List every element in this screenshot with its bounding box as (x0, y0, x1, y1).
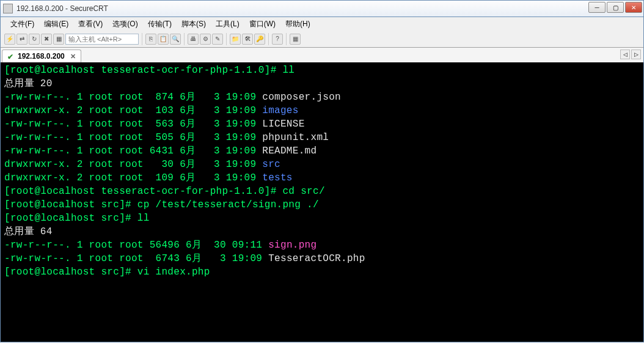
terminal-text: composer.json (262, 92, 341, 103)
tab-label: 192.168.0.200 (18, 52, 65, 61)
terminal-text: drwxrwxr-x. 2 root root 109 6月 3 19:09 (4, 172, 262, 183)
disconnect-icon[interactable]: ✖ (41, 34, 52, 45)
terminal-line: -rw-rw-r--. 1 root root 874 6月 3 19:09 c… (4, 90, 640, 104)
reconnect-icon[interactable]: ↻ (29, 34, 40, 45)
menu-file[interactable]: 文件(F) (5, 18, 39, 31)
terminal-text: [root@localhost src]# cp /test/tesseract… (4, 199, 319, 210)
port-icon[interactable]: ✎ (212, 34, 223, 45)
toolbar-separator (286, 33, 287, 45)
menu-script[interactable]: 脚本(S) (177, 18, 211, 31)
terminal-text: 总用量 64 (4, 226, 53, 237)
paste-icon[interactable]: 📋 (158, 34, 169, 45)
host-input[interactable] (65, 34, 139, 45)
menu-window[interactable]: 窗口(W) (244, 18, 280, 31)
terminal-line: -rw-r--r--. 1 root root 56496 6月 30 09:1… (4, 238, 640, 252)
terminal-text: -rw-rw-r--. 1 root root 874 6月 3 19:09 (4, 92, 262, 103)
toolbar-separator (184, 33, 185, 45)
terminal-text: TesseractOCR.php (268, 253, 365, 264)
session-tab[interactable]: ✔ 192.168.0.200 ✕ (2, 50, 81, 62)
terminal-text: images (262, 105, 298, 116)
terminal-line: drwxrwxr-x. 2 root root 30 6月 3 19:09 sr… (4, 158, 640, 171)
menu-help[interactable]: 帮助(H) (280, 18, 315, 31)
terminal-text: sign.png (268, 240, 317, 251)
terminal-text: -rw-rw-r--. 1 root root 563 6月 3 19:09 (4, 119, 262, 130)
tab-nav: ◁ ▷ (620, 50, 641, 59)
terminal-text: [root@localhost src]# vi index.php (4, 267, 210, 278)
tab-next-icon[interactable]: ▷ (631, 50, 641, 59)
tab-close-icon[interactable]: ✕ (70, 53, 76, 61)
menubar: 文件(F) 编辑(E) 查看(V) 选项(O) 传输(T) 脚本(S) 工具(L… (0, 17, 644, 31)
help-icon[interactable]: ? (272, 34, 283, 45)
terminal-text: phpunit.xml (262, 132, 329, 143)
terminal[interactable]: [root@localhost tesseract-ocr-for-php-1.… (0, 62, 644, 342)
terminal-line: [root@localhost src]# cp /test/tesseract… (4, 198, 640, 212)
terminal-line: [root@localhost tesseract-ocr-for-php-1.… (4, 64, 640, 77)
folder-icon[interactable]: 📁 (230, 34, 241, 45)
close-button[interactable]: ✕ (625, 2, 642, 13)
terminal-text: drwxrwxr-x. 2 root root 103 6月 3 19:09 (4, 105, 262, 116)
terminal-line: [root@localhost src]# vi index.php (4, 265, 640, 279)
copy-icon[interactable]: ⎘ (145, 34, 156, 45)
terminal-text: drwxrwxr-x. 2 root root 30 6月 3 19:09 (4, 159, 262, 170)
tabbar: ✔ 192.168.0.200 ✕ ◁ ▷ (0, 48, 644, 62)
terminal-text: [root@localhost tesseract-ocr-for-php-1.… (4, 65, 295, 76)
terminal-line: -rw-rw-r--. 1 root root 6743 6月 3 19:09 … (4, 252, 640, 265)
terminal-text: -rw-rw-r--. 1 root root 6431 6月 3 19:09 (4, 146, 262, 157)
window-title: 192.168.0.200 - SecureCRT (16, 4, 108, 13)
menu-options[interactable]: 选项(O) (108, 18, 142, 31)
terminal-text: 总用量 20 (4, 78, 53, 89)
find-icon[interactable]: 🔍 (170, 34, 181, 45)
terminal-line: -rw-rw-r--. 1 root root 6431 6月 3 19:09 … (4, 144, 640, 158)
menu-edit[interactable]: 编辑(E) (39, 18, 73, 31)
titlebar: 192.168.0.200 - SecureCRT ─ ▢ ✕ (0, 0, 644, 17)
terminal-line: 总用量 20 (4, 77, 640, 90)
quick-connect-icon[interactable]: ⇄ (16, 34, 27, 45)
tools-icon[interactable]: 🛠 (242, 34, 253, 45)
options-icon[interactable]: ⚙ (200, 34, 211, 45)
terminal-line: -rw-rw-r--. 1 root root 505 6月 3 19:09 p… (4, 131, 640, 144)
menu-transfer[interactable]: 传输(T) (143, 18, 177, 31)
terminal-line: 总用量 64 (4, 225, 640, 238)
terminal-line: [root@localhost src]# ll (4, 212, 640, 225)
terminal-text: tests (262, 172, 293, 183)
terminal-line: [root@localhost tesseract-ocr-for-php-1.… (4, 185, 640, 198)
grid-icon[interactable]: ▦ (290, 34, 301, 45)
toolbar-separator (268, 33, 269, 45)
toolbar: ⚡ ⇄ ↻ ✖ ▦ ⎘ 📋 🔍 🖶 ⚙ ✎ 📁 🛠 🔑 ? ▦ (0, 31, 644, 48)
terminal-text: -rw-r--r--. 1 root root 56496 6月 30 09:1… (4, 240, 268, 251)
terminal-text: [root@localhost tesseract-ocr-for-php-1.… (4, 186, 325, 197)
terminal-text: LICENSE (262, 119, 304, 130)
print-icon[interactable]: 🖶 (188, 34, 199, 45)
app-icon (3, 4, 13, 13)
menu-tools[interactable]: 工具(L) (211, 18, 244, 31)
toolbar-separator (226, 33, 227, 45)
terminal-line: -rw-rw-r--. 1 root root 563 6月 3 19:09 L… (4, 117, 640, 131)
terminal-text: -rw-rw-r--. 1 root root 6743 6月 3 19:09 (4, 253, 268, 264)
minimize-button[interactable]: ─ (588, 2, 606, 13)
connect-icon[interactable]: ⚡ (4, 34, 15, 45)
toolbar-separator (142, 33, 142, 45)
session-icon[interactable]: ▦ (53, 34, 64, 45)
key-icon[interactable]: 🔑 (254, 34, 265, 45)
maximize-button[interactable]: ▢ (607, 2, 624, 13)
tab-prev-icon[interactable]: ◁ (620, 50, 630, 59)
terminal-text: -rw-rw-r--. 1 root root 505 6月 3 19:09 (4, 132, 262, 143)
terminal-text: [root@localhost src]# ll (4, 213, 150, 224)
connected-icon: ✔ (7, 53, 15, 60)
terminal-line: drwxrwxr-x. 2 root root 103 6月 3 19:09 i… (4, 104, 640, 117)
terminal-line: drwxrwxr-x. 2 root root 109 6月 3 19:09 t… (4, 171, 640, 185)
terminal-text: src (262, 159, 280, 170)
window-controls: ─ ▢ ✕ (588, 2, 642, 13)
terminal-text: README.md (262, 146, 317, 157)
menu-view[interactable]: 查看(V) (73, 18, 108, 31)
